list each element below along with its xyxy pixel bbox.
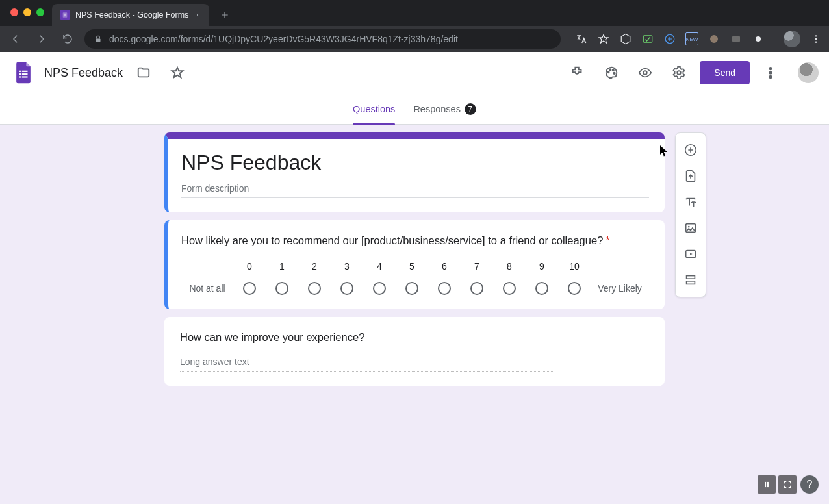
account-avatar[interactable] — [798, 62, 819, 83]
svg-rect-17 — [19, 76, 21, 77]
scale-num: 7 — [461, 261, 493, 271]
scale-numbers-row: 0 1 2 3 4 5 6 7 8 9 10 — [181, 261, 649, 271]
svg-rect-32 — [687, 276, 695, 279]
toolbar-actions: NEW — [575, 31, 823, 47]
scale-num: 5 — [396, 261, 428, 271]
scale-radio-7[interactable] — [470, 282, 483, 295]
minimize-window-button[interactable] — [23, 8, 31, 16]
video-controls — [758, 475, 797, 494]
browser-toolbar: docs.google.com/forms/d/1UQjDpyCU2yeerDv… — [0, 26, 829, 52]
svg-point-24 — [678, 71, 682, 75]
settings-button[interactable] — [666, 60, 692, 86]
scale-radio-2[interactable] — [308, 282, 321, 295]
svg-rect-1 — [64, 14, 66, 14]
scale-radio-10[interactable] — [568, 282, 581, 295]
browser-tab[interactable]: NPS Feedback - Google Forms — [52, 4, 209, 26]
svg-point-25 — [769, 68, 771, 69]
add-question-button[interactable] — [676, 137, 706, 163]
form-description-input[interactable] — [181, 179, 649, 198]
tab-responses[interactable]: Responses 7 — [413, 94, 476, 125]
extension-icon-6[interactable] — [752, 32, 765, 45]
question-1-text-value: How likely are you to recommend our [pro… — [181, 234, 603, 246]
import-questions-button[interactable] — [676, 163, 706, 189]
tab-questions[interactable]: Questions — [353, 94, 395, 125]
google-forms-logo[interactable] — [10, 60, 36, 86]
scale-radio-4[interactable] — [373, 282, 386, 295]
form-tabs: Questions Responses 7 — [0, 94, 829, 125]
add-title-button[interactable] — [676, 189, 706, 215]
svg-point-30 — [688, 226, 690, 228]
document-title[interactable]: NPS Feedback — [44, 66, 123, 80]
address-bar[interactable]: docs.google.com/forms/d/1UQjDpyCU2yeerDv… — [84, 29, 561, 49]
scale-num: 2 — [298, 261, 331, 271]
url-text: docs.google.com/forms/d/1UQjDpyCU2yeerDv… — [109, 34, 458, 44]
form-header-card[interactable]: NPS Feedback — [164, 132, 665, 212]
window-controls — [5, 0, 52, 16]
svg-point-7 — [710, 35, 718, 43]
svg-rect-4 — [96, 38, 101, 42]
chrome-menu-icon[interactable] — [810, 32, 823, 45]
add-image-button[interactable] — [676, 215, 706, 241]
extension-new-badge[interactable]: NEW — [685, 32, 698, 45]
help-button[interactable]: ? — [800, 475, 819, 494]
move-to-folder-button[interactable] — [131, 60, 157, 86]
add-section-button[interactable] — [676, 267, 706, 293]
tab-questions-label: Questions — [353, 104, 395, 114]
svg-rect-16 — [22, 73, 28, 75]
extension-icon-4[interactable] — [708, 32, 721, 45]
scale-radio-6[interactable] — [438, 282, 451, 295]
star-button[interactable] — [164, 60, 190, 86]
question-card-2[interactable]: How can we improve your experience? Long… — [164, 317, 665, 386]
scale-radio-8[interactable] — [503, 282, 516, 295]
chrome-profile-avatar[interactable] — [784, 31, 800, 47]
forward-button[interactable] — [32, 30, 51, 48]
translate-icon[interactable] — [575, 32, 588, 45]
question-1-text[interactable]: How likely are you to recommend our [pro… — [181, 234, 649, 247]
form-title[interactable]: NPS Feedback — [181, 151, 649, 175]
extension-icon-5[interactable] — [730, 32, 743, 45]
scale-radio-9[interactable] — [535, 282, 548, 295]
extension-icon-2[interactable] — [641, 32, 654, 45]
svg-point-10 — [815, 35, 817, 36]
bookmark-star-icon[interactable] — [597, 32, 610, 45]
pause-button[interactable] — [758, 475, 776, 494]
scale-radio-0[interactable] — [243, 282, 256, 295]
add-video-button[interactable] — [676, 241, 706, 267]
app-header: NPS Feedback Send — [0, 52, 829, 94]
long-answer-placeholder: Long answer text — [180, 353, 555, 372]
scale-radio-row: Not at all Very Likely — [181, 282, 649, 295]
svg-point-26 — [769, 71, 771, 73]
svg-rect-2 — [64, 15, 66, 16]
close-window-button[interactable] — [10, 8, 18, 16]
back-button[interactable] — [6, 30, 25, 48]
addons-button[interactable] — [565, 60, 591, 86]
more-options-button[interactable] — [758, 60, 784, 86]
scale-radio-1[interactable] — [275, 282, 288, 295]
svg-rect-14 — [22, 71, 28, 72]
scale-high-label: Very Likely — [591, 283, 649, 294]
scale-num: 10 — [558, 261, 591, 271]
close-tab-icon[interactable] — [194, 11, 201, 19]
reload-button[interactable] — [58, 30, 77, 48]
extension-icon-3[interactable] — [663, 32, 676, 45]
expand-button[interactable] — [778, 475, 797, 494]
scale-num: 4 — [363, 261, 396, 271]
svg-rect-33 — [687, 281, 695, 284]
send-button[interactable]: Send — [700, 61, 750, 84]
svg-rect-8 — [732, 36, 740, 42]
extension-icon-1[interactable] — [619, 32, 632, 45]
scale-radio-5[interactable] — [405, 282, 418, 295]
svg-rect-3 — [64, 16, 66, 16]
scale-num: 1 — [266, 261, 298, 271]
preview-button[interactable] — [632, 60, 658, 86]
customize-theme-button[interactable] — [598, 60, 624, 86]
svg-rect-13 — [19, 71, 21, 72]
scale-num: 8 — [493, 261, 526, 271]
svg-rect-5 — [643, 36, 652, 43]
scale-radio-3[interactable] — [340, 282, 353, 295]
svg-point-12 — [815, 41, 817, 42]
question-card-1[interactable]: How likely are you to recommend our [pro… — [164, 220, 665, 309]
question-2-text[interactable]: How can we improve your experience? — [180, 331, 649, 344]
new-tab-button[interactable] — [216, 6, 234, 24]
maximize-window-button[interactable] — [36, 8, 44, 16]
